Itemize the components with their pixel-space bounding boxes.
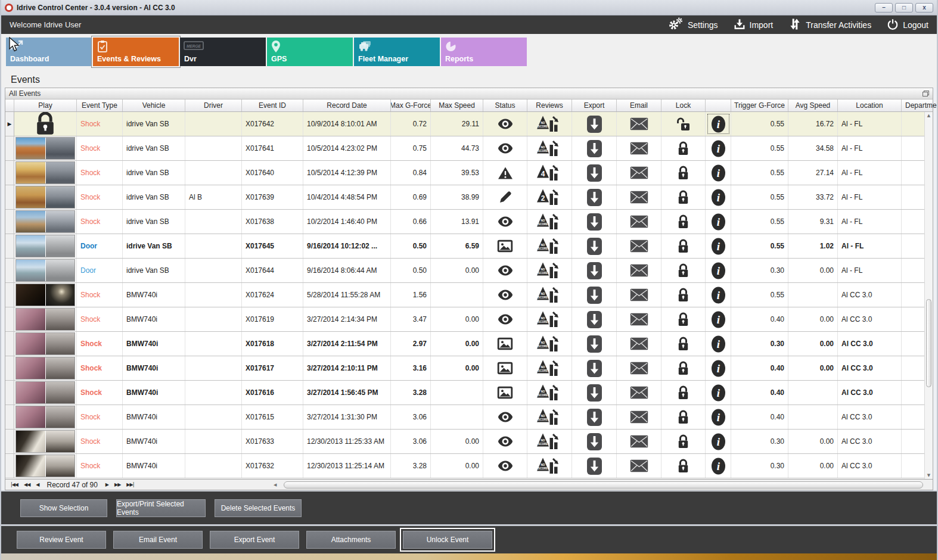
status-eye-icon[interactable] <box>483 405 527 429</box>
column-header-0[interactable] <box>5 99 14 111</box>
tab-events-reviews[interactable]: Events & Reviews <box>93 38 179 66</box>
locked-icon[interactable] <box>661 430 706 453</box>
delete-selected-button[interactable]: Delete Selected Events <box>215 499 302 517</box>
info-icon[interactable]: i <box>706 161 731 185</box>
status-eye-icon[interactable] <box>483 454 527 478</box>
info-icon[interactable]: i <box>706 356 731 380</box>
status-eye-icon[interactable] <box>483 210 527 234</box>
info-icon[interactable]: i <box>706 307 731 331</box>
locked-icon[interactable] <box>661 307 706 331</box>
email-icon[interactable] <box>617 234 661 258</box>
unlocked-icon[interactable] <box>661 112 706 136</box>
reviews-score-icon[interactable]: NOSCORE <box>527 356 572 380</box>
event-row[interactable]: ShockBMW740iX0176193/27/2014 2:14:34 PM3… <box>5 307 933 332</box>
locked-icon[interactable] <box>661 283 706 307</box>
locked-icon[interactable] <box>661 454 706 478</box>
event-row[interactable]: ▶Shockidrive Van SBX01764210/9/2014 8:10… <box>5 112 933 136</box>
play-thumbnail-cell[interactable] <box>14 381 77 405</box>
reviews-score-icon[interactable]: NOSCORE <box>527 405 572 429</box>
export-icon[interactable] <box>572 356 617 380</box>
event-row[interactable]: ShockBMW740iX01763312/30/2013 11:25:33 A… <box>5 430 933 454</box>
status-pencil-icon[interactable] <box>483 185 527 209</box>
horizontal-scrollbar[interactable]: ◀ <box>271 481 931 489</box>
export-icon[interactable] <box>572 210 617 234</box>
event-row[interactable]: ShockBMW740iX0176245/28/2014 11:55:28 AM… <box>5 283 933 307</box>
play-thumbnail-cell[interactable] <box>14 307 77 331</box>
play-thumbnail-cell[interactable] <box>14 234 77 258</box>
play-thumbnail-cell[interactable] <box>14 454 77 478</box>
vertical-scrollbar[interactable]: ▲ ▼ <box>924 112 933 479</box>
unlock-event-button[interactable]: Unlock Event <box>403 531 492 549</box>
status-image-icon[interactable] <box>483 356 527 380</box>
email-icon[interactable] <box>617 112 661 136</box>
column-header-location[interactable]: Location <box>838 99 902 111</box>
logout-button[interactable]: Logout <box>887 18 928 32</box>
export-event-button[interactable]: Export Event <box>210 531 299 549</box>
reviews-score-icon[interactable]: NOSCORE <box>527 283 572 307</box>
status-eye-icon[interactable] <box>483 136 527 160</box>
event-thumbnail[interactable] <box>16 406 74 428</box>
column-header-14[interactable] <box>706 99 731 111</box>
reviews-score-icon[interactable]: NOSCORE <box>527 234 572 258</box>
event-thumbnail[interactable] <box>16 260 74 281</box>
reviews-score-icon[interactable]: NOSCORE <box>527 332 572 356</box>
event-row[interactable]: Dooridrive Van SBX0176449/16/2014 8:06:4… <box>5 259 933 283</box>
export-icon[interactable] <box>572 454 617 478</box>
event-row[interactable]: ShockBMW740iX0176163/27/2014 1:56:45 PM3… <box>5 381 933 405</box>
play-thumbnail-cell[interactable] <box>14 161 77 185</box>
event-thumbnail[interactable] <box>16 186 74 208</box>
info-icon[interactable]: i <box>706 430 731 453</box>
status-eye-icon[interactable] <box>483 283 527 307</box>
info-icon[interactable]: i <box>706 283 731 307</box>
column-header-event-type[interactable]: Event Type <box>77 99 123 111</box>
tab-dvr[interactable]: MERGE Dvr <box>180 38 266 66</box>
play-thumbnail-cell[interactable] <box>14 356 77 380</box>
transfer-activities-button[interactable]: Transfer Activities <box>788 17 871 33</box>
email-icon[interactable] <box>617 454 661 478</box>
play-thumbnail-cell[interactable] <box>14 259 77 282</box>
export-icon[interactable] <box>572 112 617 136</box>
event-thumbnail[interactable] <box>16 162 74 183</box>
export-icon[interactable] <box>572 332 617 356</box>
maximize-button[interactable]: □ <box>895 3 913 13</box>
column-header-avg-speed[interactable]: Avg Speed <box>788 99 838 111</box>
export-icon[interactable] <box>572 185 617 209</box>
column-header-play[interactable]: Play <box>14 99 77 111</box>
reviews-score-icon[interactable]: 2 <box>527 185 572 209</box>
status-eye-icon[interactable] <box>483 430 527 453</box>
play-thumbnail-cell[interactable] <box>14 136 77 160</box>
locked-icon[interactable] <box>661 405 706 429</box>
reviews-score-icon[interactable]: NOSCORE <box>527 112 572 136</box>
email-icon[interactable] <box>617 356 661 380</box>
column-header-trigger-g-force[interactable]: Trigger G-Force <box>731 99 788 111</box>
event-thumbnail[interactable] <box>16 431 74 452</box>
email-icon[interactable] <box>617 259 661 282</box>
reviews-score-icon[interactable]: NOSCORE <box>527 454 572 478</box>
next-record-button[interactable]: ▶ <box>103 482 111 487</box>
play-thumbnail-cell[interactable] <box>14 430 77 453</box>
column-header-email[interactable]: Email <box>617 99 661 111</box>
locked-icon[interactable] <box>661 185 706 209</box>
play-thumbnail-cell[interactable] <box>14 332 77 356</box>
event-row[interactable]: Shockidrive Van SBX01763810/2/2014 1:46:… <box>5 210 933 234</box>
last-record-button[interactable]: ▶▶| <box>123 482 136 487</box>
event-row[interactable]: ShockBMW740iX0176183/27/2014 2:11:54 PM2… <box>5 332 933 356</box>
event-row[interactable]: ShockBMW740iX0176153/27/2014 1:31:30 PM3… <box>5 405 933 430</box>
show-selection-button[interactable]: Show Selection <box>20 499 107 517</box>
status-image-icon[interactable] <box>483 234 527 258</box>
column-header-department[interactable]: Department <box>902 99 937 111</box>
email-icon[interactable] <box>617 210 661 234</box>
column-header-record-date[interactable]: Record Date <box>303 99 391 111</box>
locked-icon[interactable] <box>661 136 706 160</box>
status-eye-icon[interactable] <box>483 112 527 136</box>
info-icon[interactable]: i <box>706 259 731 282</box>
locked-icon[interactable] <box>661 259 706 282</box>
export-icon[interactable] <box>572 283 617 307</box>
play-thumbnail-cell[interactable] <box>14 283 77 307</box>
reviews-score-icon[interactable]: NOSCORE <box>527 307 572 331</box>
scroll-left-icon[interactable]: ◀ <box>271 483 279 487</box>
info-icon[interactable]: i <box>706 405 731 429</box>
info-icon[interactable]: i <box>706 185 731 209</box>
status-image-icon[interactable] <box>483 381 527 405</box>
email-icon[interactable] <box>617 283 661 307</box>
